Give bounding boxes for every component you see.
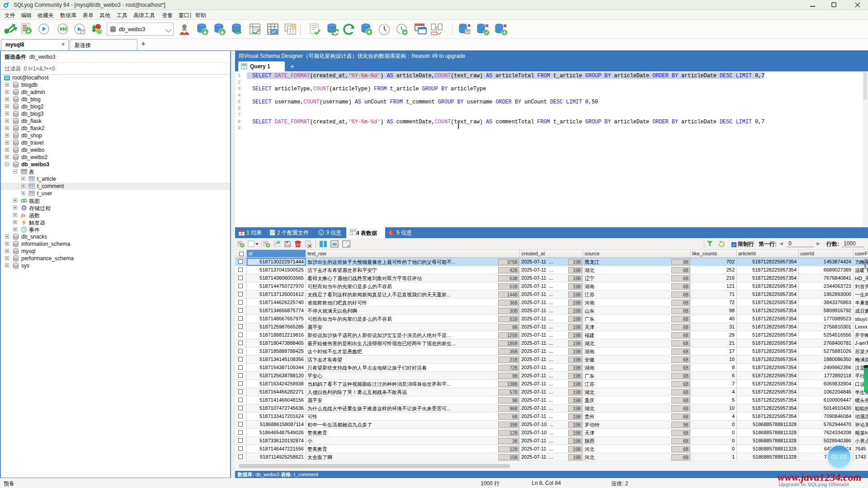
svg-text:fx: fx	[21, 212, 26, 218]
